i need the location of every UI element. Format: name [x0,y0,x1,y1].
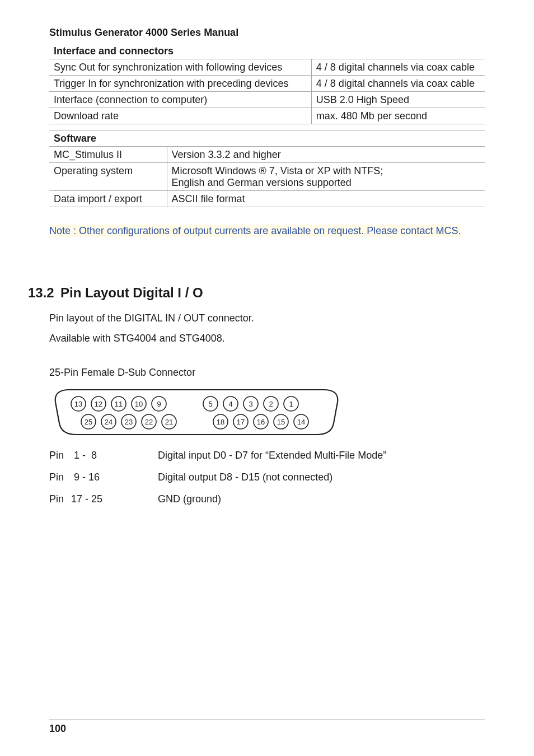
section-title: Pin Layout Digital I / O [60,285,203,300]
pin-desc: GND (ground) [158,493,485,505]
svg-text:25: 25 [85,418,92,426]
svg-text:16: 16 [257,418,265,426]
svg-text:22: 22 [145,418,153,426]
section-number: 13.2 [28,285,60,301]
iface-row-right: USB 2.0 High Speed [311,92,485,108]
svg-text:9: 9 [157,400,161,408]
svg-text:13: 13 [74,400,82,408]
pin-desc: Digital input D0 - D7 for “Extended Mult… [158,450,485,461]
pin-range: 17 - 25 [68,493,158,505]
footer-rule [49,720,485,720]
connector-diagram: 1312111095432125242322211817161514 [48,384,485,443]
paragraph: Pin layout of the DIGITAL IN / OUT conne… [49,311,485,325]
software-header: Software [49,130,485,147]
doc-title: Stimulus Generator 4000 Series Manual [49,27,485,39]
iface-row-left: Interface (connection to computer) [49,92,311,108]
spec-table: Interface and connectors Sync Out for sy… [49,43,485,207]
iface-row-right: 4 / 8 digital channels via coax cable [311,76,485,92]
iface-row-right: 4 / 8 digital channels via coax cable [311,59,485,76]
svg-text:21: 21 [165,418,173,426]
iface-row-left: Trigger In for synchronization with prec… [49,76,311,92]
svg-text:3: 3 [249,400,252,408]
svg-text:17: 17 [237,418,245,426]
svg-text:5: 5 [208,400,212,408]
note-row: Note : Other configurations of output cu… [49,225,485,237]
pin-table: Pin 1 - 8 Digital input D0 - D7 for “Ext… [49,450,485,505]
svg-text:2: 2 [269,400,273,408]
pin-label: Pin [49,450,68,461]
pin-row: Pin 17 - 25 GND (ground) [49,493,485,505]
svg-text:11: 11 [115,400,123,408]
svg-text:23: 23 [125,418,133,426]
pin-desc: Digital output D8 - D15 (not connected) [158,472,485,483]
pin-label: Pin [49,472,68,483]
pin-row: Pin 9 - 16 Digital output D8 - D15 (not … [49,472,485,483]
svg-text:14: 14 [297,418,305,426]
sw-row-right: Version 3.3.2 and higher [167,147,485,163]
svg-text:15: 15 [277,418,285,426]
iface-row-right: max. 480 Mb per second [311,108,485,124]
sw-row-right: Microsoft Windows ® 7, Vista or XP with … [167,163,485,191]
svg-text:4: 4 [228,400,232,408]
pin-range: 1 - 8 [68,450,158,461]
sw-row-right: ASCII file format [167,191,485,207]
svg-text:24: 24 [105,418,113,426]
interface-header: Interface and connectors [49,43,485,59]
sw-row-left: Operating system [49,163,167,191]
page-number: 100 [49,723,66,735]
sw-row-left: MC_Stimulus II [49,147,167,163]
paragraph: Available with STG4004 and STG4008. [49,331,485,346]
iface-row-left: Download rate [49,108,311,124]
iface-row-left: Sync Out for synchronization with follow… [49,59,311,76]
note-text: Note : Other configurations of output cu… [49,225,461,237]
connector-label: 25-Pin Female D-Sub Connector [49,367,485,379]
sw-row-left: Data import / export [49,191,167,207]
pin-range: 9 - 16 [68,472,158,483]
svg-text:10: 10 [135,400,143,408]
pin-label: Pin [49,493,68,505]
svg-text:18: 18 [217,418,224,426]
section-heading: 13.2Pin Layout Digital I / O [28,285,485,301]
svg-text:12: 12 [95,400,102,408]
pin-row: Pin 1 - 8 Digital input D0 - D7 for “Ext… [49,450,485,461]
svg-text:1: 1 [289,400,293,408]
